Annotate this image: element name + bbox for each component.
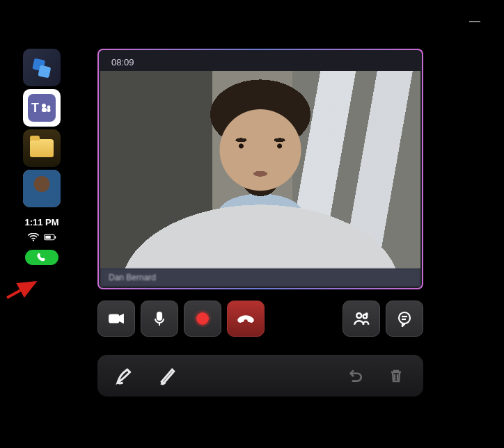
mic-toggle-button[interactable]	[141, 301, 178, 337]
record-icon	[196, 312, 209, 325]
chat-icon	[396, 310, 413, 327]
pen-tool-button[interactable]	[113, 364, 136, 387]
undo-icon	[345, 367, 363, 385]
shapes-icon	[28, 54, 56, 81]
delete-button[interactable]	[384, 364, 408, 387]
chat-button[interactable]	[386, 301, 423, 337]
annotation-toolbar	[97, 355, 423, 397]
minimize-button[interactable]	[469, 21, 480, 22]
mic-icon	[151, 310, 168, 327]
svg-point-2	[42, 104, 46, 108]
draw-icon	[157, 365, 178, 386]
phone-icon	[36, 252, 47, 263]
status-time: 1:11 PM	[24, 217, 58, 227]
draw-tool-button[interactable]	[156, 364, 180, 387]
people-icon	[352, 310, 370, 328]
camera-icon	[107, 310, 125, 328]
call-timer: 08:09	[111, 57, 134, 67]
sidebar-tile-avatar[interactable]	[23, 170, 61, 207]
status-icons	[27, 233, 56, 241]
svg-line-10	[7, 282, 35, 298]
record-button[interactable]	[184, 301, 221, 337]
trash-icon	[388, 367, 404, 384]
video-feed-container: 08:09 Dan Bernard	[99, 50, 422, 288]
svg-rect-5	[47, 109, 51, 112]
people-button[interactable]	[342, 301, 380, 337]
svg-rect-9	[45, 236, 51, 239]
teams-icon: T	[28, 94, 56, 122]
annotation-arrow	[4, 280, 42, 301]
sidebar-tile-teams[interactable]: T	[23, 89, 61, 127]
call-controls	[97, 299, 423, 338]
active-call-indicator[interactable]	[25, 250, 58, 265]
undo-button[interactable]	[342, 364, 366, 387]
sidebar: T 1:11 PM	[21, 49, 63, 265]
app-screen: T 1:11 PM	[0, 0, 504, 448]
pen-icon	[114, 365, 135, 386]
participant-name: Dan Bernard	[109, 273, 156, 282]
battery-icon	[44, 233, 56, 241]
svg-point-6	[33, 240, 34, 241]
sidebar-tile-shapes[interactable]	[23, 49, 61, 86]
video-panel: 08:09 Dan Bernard	[97, 49, 423, 289]
participant-name-bar: Dan Bernard	[100, 269, 420, 287]
wifi-icon	[27, 233, 40, 241]
hangup-icon	[236, 309, 255, 328]
participant-video[interactable]	[100, 71, 420, 269]
svg-rect-12	[157, 312, 162, 320]
sidebar-tile-files[interactable]	[23, 129, 61, 167]
camera-toggle-button[interactable]	[97, 301, 135, 337]
svg-rect-1	[38, 65, 51, 78]
svg-point-18	[399, 312, 410, 323]
svg-point-14	[356, 313, 361, 318]
svg-rect-8	[55, 236, 56, 239]
hangup-button[interactable]	[227, 301, 265, 337]
svg-rect-4	[42, 108, 47, 112]
avatar-icon	[23, 170, 61, 207]
svg-rect-11	[109, 315, 118, 323]
folder-icon	[30, 139, 54, 157]
svg-point-3	[47, 106, 51, 109]
